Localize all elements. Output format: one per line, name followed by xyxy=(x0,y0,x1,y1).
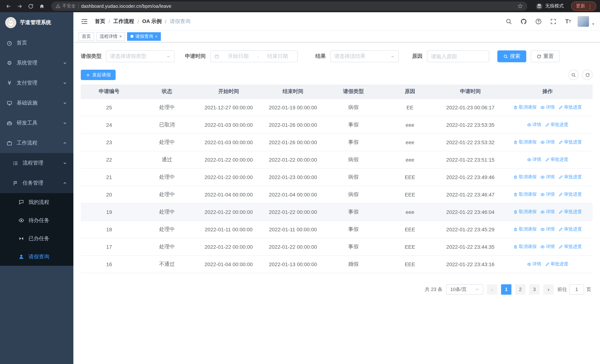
search-button[interactable]: 搜索 xyxy=(497,50,526,62)
action-progress-link[interactable]: 审批进度 xyxy=(559,243,582,250)
close-icon[interactable]: × xyxy=(119,34,122,38)
sidebar-item-process-mgmt[interactable]: 流程管理 xyxy=(0,153,73,173)
breadcrumb-current: 请假查询 xyxy=(170,18,190,25)
page-size-select[interactable]: 10条/页 xyxy=(446,284,483,295)
action-cancel-link[interactable]: 取消请假 xyxy=(513,209,537,215)
navbar: 首页 / 工作流程 / OA 示例 / 请假查询 TT ▼ xyxy=(73,12,600,31)
sidebar-item-home[interactable]: 首页 xyxy=(0,33,73,53)
incognito-icon xyxy=(535,2,543,10)
tab-leave-query[interactable]: 请假查询 × xyxy=(127,32,161,41)
result-select[interactable]: 请选择流结果 xyxy=(330,50,399,62)
flag-icon xyxy=(13,180,18,186)
action-detail-link[interactable]: 详情 xyxy=(527,121,541,128)
breadcrumb-workflow[interactable]: 工作流程 xyxy=(113,18,134,25)
sidebar-item-payment[interactable]: ¥ 支付管理 xyxy=(0,73,73,93)
user-avatar[interactable] xyxy=(577,16,589,27)
active-tab-dot xyxy=(131,35,134,38)
address-bar[interactable]: 不安全 dashboard.yudao.iocoder.cn/bpm/oa/le… xyxy=(51,1,527,11)
create-leave-button[interactable]: 发起请假 xyxy=(81,70,116,80)
next-page-button[interactable]: › xyxy=(543,284,554,295)
action-detail-link[interactable]: 详情 xyxy=(540,243,555,250)
action-progress-link[interactable]: 审批进度 xyxy=(545,121,568,128)
sidebar-item-task-mgmt[interactable]: 任务管理 xyxy=(0,173,73,193)
action-progress-link[interactable]: 审批进度 xyxy=(559,226,582,233)
tab-process-detail[interactable]: 流程详情 × xyxy=(96,32,125,41)
action-detail-link[interactable]: 详情 xyxy=(540,174,555,180)
browser-back-button[interactable] xyxy=(4,1,13,11)
reset-button[interactable]: 重置 xyxy=(531,50,560,62)
action-detail-link[interactable]: 详情 xyxy=(527,261,541,267)
action-detail-link[interactable]: 详情 xyxy=(540,139,555,145)
toggle-search-button[interactable] xyxy=(568,70,579,80)
main-area: 首页 / 工作流程 / OA 示例 / 请假查询 TT ▼ xyxy=(73,12,600,364)
action-detail-link[interactable]: 详情 xyxy=(540,226,555,233)
table-row: 25处理中2021-12-27 00:00:002022-01-19 00:00… xyxy=(81,99,593,116)
page-button-3[interactable]: 3 xyxy=(529,284,540,295)
avatar-caret-icon[interactable]: ▼ xyxy=(591,22,595,26)
font-size-icon[interactable]: TT xyxy=(562,16,574,27)
search-icon[interactable] xyxy=(503,16,514,27)
sidebar-item-my-process[interactable]: 我的流程 xyxy=(0,193,73,211)
yen-icon: ¥ xyxy=(7,80,12,86)
fullscreen-icon[interactable] xyxy=(548,16,559,27)
action-progress-link[interactable]: 审批进度 xyxy=(559,139,582,145)
bookmark-star-icon[interactable] xyxy=(517,3,523,9)
action-cancel-link[interactable]: 取消请假 xyxy=(513,104,537,111)
action-detail-link[interactable]: 详情 xyxy=(540,104,555,111)
action-cancel-link[interactable]: 取消请假 xyxy=(513,191,537,197)
action-cancel-link[interactable]: 取消请假 xyxy=(513,243,537,250)
action-progress-link[interactable]: 审批进度 xyxy=(545,156,568,163)
action-detail-link[interactable]: 详情 xyxy=(527,156,541,163)
action-progress-link[interactable]: 审批进度 xyxy=(559,174,582,180)
action-progress-link[interactable]: 审批进度 xyxy=(559,191,582,197)
sidebar-item-infra[interactable]: 基础设施 xyxy=(0,93,73,113)
gear-icon: ⚙ xyxy=(7,60,12,66)
browser-refresh-button[interactable] xyxy=(26,1,36,11)
action-cancel-link[interactable]: 取消请假 xyxy=(513,139,537,145)
date-range-picker[interactable]: 开始日期 - 结束日期 xyxy=(210,50,298,62)
page-button-2[interactable]: 2 xyxy=(515,284,525,295)
leave-type-select[interactable]: 请选择请假类型 xyxy=(106,50,175,62)
close-icon[interactable]: × xyxy=(155,34,158,38)
browser-menu-icon[interactable]: ⋮ xyxy=(587,3,593,9)
sidebar-item-todo-tasks[interactable]: 待办任务 xyxy=(0,211,73,229)
sidebar-toggle-button[interactable] xyxy=(79,15,90,27)
action-progress-link[interactable]: 审批进度 xyxy=(559,209,582,215)
action-progress-link[interactable]: 审批进度 xyxy=(545,261,568,267)
prev-icon: ‹ xyxy=(491,286,493,292)
browser-update-button[interactable]: 更新 ⋮ xyxy=(571,1,596,11)
action-progress-link[interactable]: 审批进度 xyxy=(559,104,582,111)
browser-home-button[interactable] xyxy=(37,1,47,11)
browser-forward-button[interactable] xyxy=(15,1,24,11)
action-cancel-link[interactable]: 取消请假 xyxy=(513,226,537,233)
action-cancel-link[interactable]: 取消请假 xyxy=(513,174,537,180)
chevron-down-icon xyxy=(63,61,67,65)
app-logo[interactable]: 芋道管理系统 xyxy=(0,12,73,33)
sidebar-item-done-tasks[interactable]: 已办任务 xyxy=(0,229,73,248)
cell-start: 2022-01-22 00:00:00 xyxy=(197,203,261,221)
cell-id: 23 xyxy=(81,133,137,151)
sidebar-item-system[interactable]: ⚙ 系统管理 xyxy=(0,53,73,73)
refresh-table-button[interactable] xyxy=(582,70,593,80)
cell-end: 2022-01-26 00:00:00 xyxy=(261,116,325,133)
sidebar-item-leave-query[interactable]: 请假查询 xyxy=(0,248,73,266)
sidebar-item-workflow[interactable]: 工作流程 xyxy=(0,133,73,153)
breadcrumb-separator: / xyxy=(165,18,166,24)
tab-home[interactable]: 首页 xyxy=(79,32,94,41)
action-detail-link[interactable]: 详情 xyxy=(540,191,555,197)
jumper-input[interactable] xyxy=(569,284,584,295)
cell-start: 2021-12-27 00:00:00 xyxy=(197,99,261,116)
prev-page-button[interactable]: ‹ xyxy=(487,284,497,295)
breadcrumb-oa-example[interactable]: OA 示例 xyxy=(142,18,162,25)
sidebar-item-devtools[interactable]: 研发工具 xyxy=(0,113,73,133)
reason-input[interactable] xyxy=(431,53,485,59)
pen-icon xyxy=(559,105,563,110)
github-icon[interactable] xyxy=(518,16,529,27)
breadcrumb-home[interactable]: 首页 xyxy=(95,18,105,25)
security-indicator[interactable]: 不安全 xyxy=(56,3,75,9)
cell-status: 处理中 xyxy=(137,186,197,203)
cell-actions: 详情审批进度 xyxy=(503,151,593,168)
action-detail-link[interactable]: 详情 xyxy=(540,209,555,215)
page-button-1[interactable]: 1 xyxy=(501,284,511,295)
help-icon[interactable] xyxy=(533,16,544,27)
